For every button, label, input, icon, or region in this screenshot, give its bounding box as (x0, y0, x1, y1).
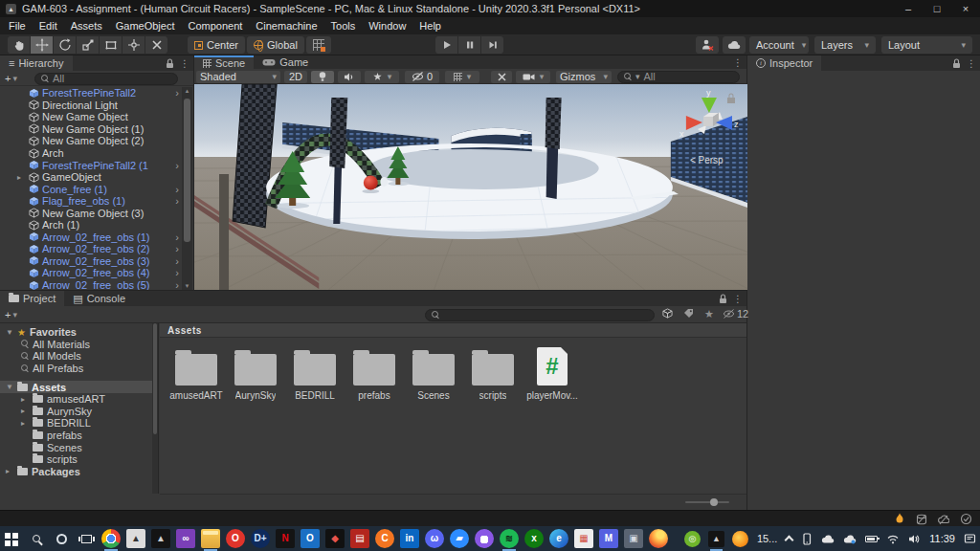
tray-overflow-label[interactable]: 15... (757, 533, 777, 544)
pivot-toggle-button[interactable]: Center (188, 36, 245, 54)
project-search-input[interactable] (425, 309, 655, 321)
scene-viewport[interactable]: y x z < Persp (194, 84, 747, 290)
hierarchy-scrollbar[interactable]: ▲ ▼ (182, 87, 192, 290)
cloud-button[interactable] (723, 36, 746, 54)
menu-item[interactable]: Cinemachine (249, 17, 323, 34)
scene-visibility-button[interactable]: 0 (405, 71, 439, 83)
tab-game[interactable]: Game (254, 55, 317, 69)
red-ball[interactable] (364, 176, 378, 190)
rotate-tool-button[interactable] (54, 36, 76, 54)
crunchyroll[interactable]: C (375, 529, 394, 548)
transform-tool-button[interactable] (122, 36, 145, 54)
hand-tool-button[interactable] (8, 36, 30, 54)
hierarchy-search-input[interactable]: All (34, 73, 178, 85)
gray-app[interactable]: ▣ (624, 529, 643, 548)
favorites-query-item[interactable]: All Prefabs (0, 363, 158, 375)
menu-item[interactable]: File (2, 17, 33, 34)
lock-icon[interactable] (952, 58, 961, 69)
favorites-query-item[interactable]: All Models (0, 350, 158, 363)
step-button[interactable] (481, 36, 503, 54)
hierarchy-item[interactable]: ▸ Flag_free_obs (1) › (0, 195, 193, 208)
tab-inspector[interactable]: i Inspector (747, 55, 821, 71)
prefab-nav-arrow[interactable]: › (175, 279, 179, 290)
onedrive-cloud-icon[interactable] (821, 534, 835, 544)
kebab-menu-icon[interactable]: ⋮ (967, 58, 976, 69)
opera[interactable]: O (226, 529, 245, 548)
volume-icon[interactable] (908, 534, 921, 544)
hierarchy-item[interactable]: ▸ ForestTreePineTall2 › (0, 87, 193, 99)
layout-dropdown[interactable]: Layout▾ (881, 36, 972, 54)
kebab-menu-icon[interactable]: ⋮ (180, 58, 189, 69)
hidden-packages-count[interactable]: 12 (723, 308, 748, 320)
menu-item[interactable]: GameObject (109, 17, 182, 34)
kebab-menu-icon[interactable]: ⋮ (733, 57, 743, 68)
hierarchy-item[interactable]: ▸ ForestTreePineTall2 (1 › (0, 159, 193, 171)
asset-tile[interactable]: # scripts (464, 347, 522, 401)
icon-size-slider[interactable] (685, 501, 729, 503)
packages-root[interactable]: ▸ Packages (0, 466, 158, 478)
gizmo-lock-icon[interactable] (727, 98, 735, 103)
edge[interactable]: e (549, 529, 568, 548)
prefab-nav-arrow[interactable]: › (175, 195, 179, 207)
search-by-type-button[interactable] (662, 308, 673, 319)
tab-project[interactable]: Project (0, 291, 64, 306)
scene-search-input[interactable]: ▾ All (617, 71, 740, 83)
assets-root[interactable]: ▼ Assets (0, 381, 158, 393)
audio-toggle-button[interactable] (338, 71, 361, 83)
lighting-toggle-button[interactable] (311, 71, 334, 83)
prefab-nav-arrow[interactable]: › (175, 231, 179, 243)
asset-tile[interactable]: # amusedART (167, 347, 225, 401)
m-app[interactable]: M (599, 529, 618, 548)
add-object-button[interactable]: +▾ (5, 73, 17, 84)
maximize-button[interactable]: □ (923, 0, 951, 17)
layers-dropdown[interactable]: Layers▾ (814, 36, 876, 54)
grid-snap-button[interactable] (306, 36, 331, 54)
prefab-nav-arrow[interactable]: › (175, 255, 179, 267)
kebab-menu-icon[interactable]: ⋮ (733, 294, 743, 304)
tab-scene[interactable]: Scene (194, 55, 254, 69)
tree-folder-item[interactable]: ▸ Scenes (0, 441, 158, 453)
tab-hierarchy[interactable]: ≡ Hierarchy (0, 55, 73, 71)
outlook[interactable]: O (301, 529, 320, 548)
shading-mode-dropdown[interactable]: Shaded▾ (196, 71, 280, 83)
task-view-button[interactable] (77, 529, 96, 548)
2d-toggle-button[interactable]: 2D (284, 71, 307, 83)
favorites-star-button[interactable]: ★ (704, 308, 714, 320)
hierarchy-item[interactable]: ▸ Arch › (0, 147, 193, 160)
spotify[interactable]: ≋ (500, 529, 519, 548)
favorites-query-item[interactable]: All Materials (0, 339, 158, 351)
asset-tile[interactable]: # playerMov... (523, 347, 581, 401)
prefab-nav-arrow[interactable]: › (175, 243, 179, 254)
menu-item[interactable]: Edit (33, 17, 64, 34)
lock-icon[interactable] (719, 294, 727, 304)
hierarchy-item[interactable]: ▸ Arrow_02_free_obs (1) › (0, 231, 193, 244)
tray-chevron-up-icon[interactable] (785, 536, 794, 545)
green-tray-app[interactable]: ◎ (684, 531, 701, 547)
slider-knob[interactable] (710, 498, 718, 506)
prefab-nav-arrow[interactable]: › (175, 160, 179, 171)
netflix[interactable]: N (276, 529, 295, 548)
media-app[interactable]: ◆ (325, 529, 345, 548)
pause-button[interactable] (458, 36, 480, 54)
unity-editor[interactable]: ▲ (151, 529, 170, 548)
hierarchy-item[interactable]: ▸ New Game Object (3) › (0, 207, 193, 219)
effects-dropdown[interactable]: ▾ (365, 71, 399, 83)
hierarchy-item[interactable]: ▸ Cone_free (1) › (0, 183, 193, 195)
network-cloud-icon[interactable] (843, 534, 857, 544)
perspective-label[interactable]: < Persp (690, 155, 724, 165)
battery-icon[interactable] (865, 536, 878, 542)
file-explorer[interactable] (201, 529, 220, 548)
action-center-icon[interactable] (964, 533, 976, 544)
menu-item[interactable]: Tools (324, 17, 363, 34)
space-toggle-button[interactable]: Global (247, 36, 304, 54)
expander-icon[interactable]: ▸ (17, 173, 26, 182)
red-grid-app[interactable]: ▤ (350, 529, 369, 548)
tree-folder-item[interactable]: ▸ prefabs (0, 430, 158, 442)
firefox[interactable] (649, 529, 668, 548)
visual-studio[interactable]: ∞ (176, 529, 195, 548)
hierarchy-item[interactable]: ▸ New Game Object › (0, 111, 193, 123)
hierarchy-item[interactable]: ▸ Arrow_02_free_obs (2) › (0, 243, 193, 255)
tree-folder-item[interactable]: ▸ scripts (0, 453, 158, 466)
hierarchy-item[interactable]: ▸ New Game Object (1) › (0, 123, 193, 136)
prefab-nav-arrow[interactable]: › (175, 267, 179, 278)
